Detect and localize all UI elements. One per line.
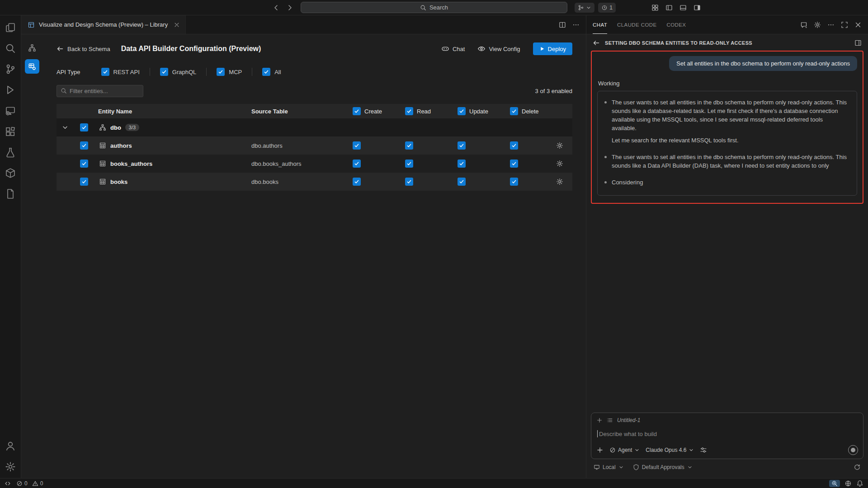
entity-settings-button[interactable]: [547, 160, 572, 167]
maximize-icon[interactable]: [841, 21, 848, 28]
toggle-panel-icon[interactable]: [679, 4, 687, 11]
sidebar-item-testing[interactable]: [0, 142, 20, 163]
chevron-down-icon[interactable]: [57, 124, 74, 131]
deploy-button-label: Deploy: [548, 46, 566, 52]
select-all-read-checkbox[interactable]: [405, 107, 413, 115]
schema-diagram-view-button[interactable]: [25, 41, 39, 55]
filter-entities-input[interactable]: [57, 85, 143, 97]
model-picker[interactable]: Claude Opus 4.6: [646, 447, 694, 453]
delete-checkbox[interactable]: [510, 178, 518, 186]
select-all-update-checkbox[interactable]: [458, 107, 466, 115]
close-icon[interactable]: [854, 21, 862, 28]
graphql-checkbox[interactable]: [160, 68, 168, 76]
search-icon: [5, 43, 16, 54]
sidebar-item-account[interactable]: [0, 436, 20, 456]
select-all-delete-checkbox[interactable]: [510, 107, 518, 115]
mcp-checkbox[interactable]: [217, 68, 225, 76]
remote-indicator[interactable]: [5, 480, 11, 487]
more-actions-icon[interactable]: [827, 21, 835, 28]
gear-icon[interactable]: [814, 21, 821, 28]
update-checkbox[interactable]: [458, 160, 466, 168]
tab-title: Visualize and Design Schema (Preview) – …: [39, 21, 168, 28]
entity-settings-button[interactable]: [547, 178, 572, 185]
thinking-box[interactable]: The user wants to set all entities in th…: [597, 91, 857, 196]
delete-cell: [495, 160, 547, 168]
sidebar-item-settings[interactable]: [0, 456, 20, 477]
read-checkbox[interactable]: [405, 160, 413, 168]
sidebar-item-source-control[interactable]: [0, 59, 20, 80]
all-checkbox[interactable]: [262, 68, 270, 76]
delete-checkbox[interactable]: [510, 141, 518, 150]
more-actions-icon[interactable]: [572, 21, 580, 28]
create-checkbox[interactable]: [353, 141, 361, 150]
sidebar-item-extensions[interactable]: [0, 121, 20, 142]
select-entity-checkbox[interactable]: [80, 141, 88, 150]
create-checkbox[interactable]: [353, 160, 361, 168]
sidebar-item-search[interactable]: [0, 38, 20, 59]
notifications-bell-icon[interactable]: [856, 480, 863, 487]
command-center-search[interactable]: Search: [301, 2, 567, 13]
split-editor-icon[interactable]: [559, 21, 566, 28]
chat-composer[interactable]: Untitled-1 Describe what to build Agent: [591, 413, 863, 459]
chat-button[interactable]: Chat: [441, 45, 465, 53]
tab-claude-code[interactable]: CLAUDE CODE: [617, 15, 656, 34]
history-forward-icon[interactable]: [286, 4, 293, 11]
approvals-selector[interactable]: Default Approvals: [633, 464, 693, 470]
account-icon: [5, 441, 16, 451]
send-button[interactable]: [848, 445, 858, 455]
update-checkbox[interactable]: [458, 141, 466, 150]
read-checkbox[interactable]: [405, 178, 413, 186]
select-all-create-checkbox[interactable]: [353, 107, 361, 115]
select-entity-checkbox[interactable]: [80, 160, 88, 168]
zoom-button[interactable]: [829, 480, 840, 487]
select-schema-checkbox[interactable]: [80, 123, 88, 131]
back-to-schema-button[interactable]: Back to Schema: [57, 45, 110, 52]
context-file-name[interactable]: Untitled-1: [617, 417, 640, 423]
problems-indicator[interactable]: 0 0: [16, 480, 43, 487]
sidebar-item-remote-explorer[interactable]: [0, 100, 20, 121]
sidebar-item-notebook[interactable]: [0, 183, 20, 204]
configure-tools-icon[interactable]: [700, 446, 707, 454]
refresh-icon[interactable]: [854, 464, 861, 471]
delete-checkbox[interactable]: [510, 160, 518, 168]
deploy-button[interactable]: Deploy: [533, 42, 572, 55]
language-button[interactable]: [844, 480, 852, 487]
editor-tab[interactable]: Visualize and Design Schema (Preview) – …: [21, 15, 186, 34]
session-count-button[interactable]: 1: [598, 3, 616, 13]
select-entity-checkbox[interactable]: [80, 178, 88, 186]
arrow-left-icon[interactable]: [593, 39, 600, 47]
toggle-primary-sidebar-icon[interactable]: [665, 4, 673, 11]
create-checkbox[interactable]: [353, 178, 361, 186]
read-checkbox[interactable]: [405, 141, 413, 150]
gear-icon: [556, 142, 563, 149]
history-back-icon[interactable]: [273, 4, 280, 11]
customize-layout-icon[interactable]: [651, 4, 659, 11]
view-config-button[interactable]: View Config: [477, 45, 520, 53]
chat-input[interactable]: Describe what to build: [596, 423, 858, 445]
attach-icon[interactable]: [596, 446, 604, 454]
tab-chat[interactable]: CHAT: [593, 15, 607, 34]
entity-settings-button[interactable]: [547, 142, 572, 149]
toggle-secondary-sidebar-icon[interactable]: [693, 4, 701, 11]
mode-picker[interactable]: Agent: [609, 447, 640, 453]
rest-api-checkbox[interactable]: [101, 68, 109, 76]
read-cell: [390, 178, 442, 186]
update-checkbox[interactable]: [458, 178, 466, 186]
text-cursor: [597, 430, 598, 437]
sidebar-item-explorer[interactable]: [0, 17, 20, 38]
tab-codex[interactable]: CODEX: [667, 15, 686, 34]
schema-group-row[interactable]: dbo 3/3: [57, 118, 572, 136]
filter-entities-field[interactable]: [70, 88, 139, 94]
add-context-icon[interactable]: [596, 417, 603, 423]
chat-sessions-button[interactable]: [575, 3, 594, 13]
open-session-in-editor-icon[interactable]: [854, 39, 862, 47]
sidebar-item-run-debug[interactable]: [0, 80, 20, 100]
source-table: dbo.authors: [251, 142, 337, 149]
api-config-view-button[interactable]: [25, 59, 39, 74]
target-selector[interactable]: Local: [594, 464, 624, 470]
delete-cell: [495, 178, 547, 186]
chat-sessions-icon[interactable]: [800, 21, 807, 28]
chat-scroll-area[interactable]: [591, 204, 863, 413]
sidebar-item-database-projects[interactable]: [0, 163, 20, 183]
close-icon[interactable]: [174, 22, 180, 28]
